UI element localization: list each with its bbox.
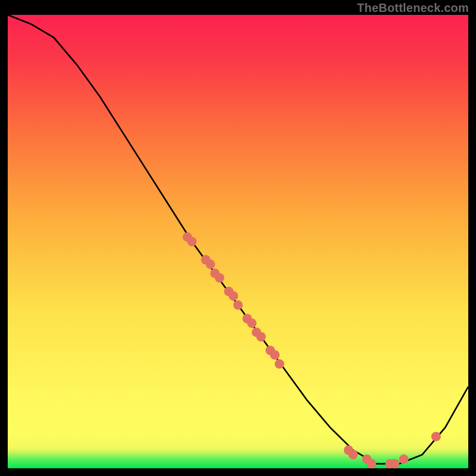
data-marker [247,318,256,328]
data-marker [206,259,215,269]
data-marker [233,300,243,310]
data-marker [431,432,441,441]
chart-container: TheBottleneck.com [0,0,476,476]
data-marker [270,350,280,360]
data-marker [399,455,409,464]
data-marker [228,291,238,300]
data-marker [275,359,284,369]
data-marker [367,459,377,468]
data-marker [390,459,399,468]
data-marker [187,237,197,246]
chart-svg [8,15,468,468]
data-marker [256,332,266,342]
watermark-text: TheBottleneck.com [357,1,469,15]
bottleneck-curve [8,15,468,464]
data-marker [215,273,224,283]
data-markers [183,232,441,468]
data-marker [349,450,358,459]
